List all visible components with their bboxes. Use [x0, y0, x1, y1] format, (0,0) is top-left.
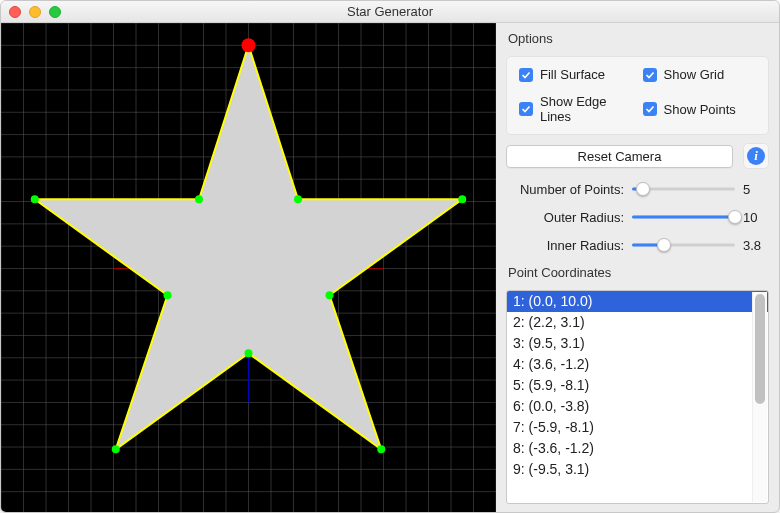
slider-thumb[interactable]	[636, 182, 650, 196]
options-label: Options	[508, 31, 769, 46]
sliders-panel: Number of Points: 5 Outer Radius:	[506, 181, 769, 253]
svg-point-54	[245, 349, 253, 357]
svg-point-53	[377, 445, 385, 453]
actions-row: Reset Camera i	[506, 143, 769, 169]
slider-value: 5	[743, 182, 769, 197]
svg-point-52	[326, 291, 334, 299]
minimize-icon[interactable]	[29, 6, 41, 18]
check-icon	[519, 68, 533, 82]
reset-camera-button[interactable]: Reset Camera	[506, 145, 733, 168]
num-points-slider[interactable]	[632, 181, 735, 197]
checkbox-label: Show Grid	[664, 67, 725, 82]
outer-radius-slider[interactable]	[632, 209, 735, 225]
info-button[interactable]: i	[743, 143, 769, 169]
slider-label: Number of Points:	[506, 182, 624, 197]
check-icon	[643, 102, 657, 116]
app-window: Star Generator Options Fill Surface Show…	[0, 0, 780, 513]
coordinates-list[interactable]: 1: (0.0, 10.0)2: (2.2, 3.1)3: (9.5, 3.1)…	[506, 290, 769, 504]
checkbox-fill-surface[interactable]: Fill Surface	[519, 67, 633, 82]
slider-value: 3.8	[743, 238, 769, 253]
content: Options Fill Surface Show Grid Show Edge…	[1, 23, 779, 512]
list-item[interactable]: 6: (0.0, -3.8)	[507, 396, 768, 417]
check-icon	[643, 68, 657, 82]
list-item[interactable]: 1: (0.0, 10.0)	[507, 291, 768, 312]
inner-radius-slider[interactable]	[632, 237, 735, 253]
checkbox-label: Fill Surface	[540, 67, 605, 82]
star-plot	[1, 23, 496, 513]
scrollbar-thumb[interactable]	[755, 294, 765, 404]
slider-label: Inner Radius:	[506, 238, 624, 253]
list-item[interactable]: 3: (9.5, 3.1)	[507, 333, 768, 354]
slider-row-num-points: Number of Points: 5	[506, 181, 769, 197]
close-icon[interactable]	[9, 6, 21, 18]
slider-value: 10	[743, 210, 769, 225]
list-item[interactable]: 2: (2.2, 3.1)	[507, 312, 768, 333]
svg-point-51	[458, 195, 466, 203]
scrollbar[interactable]	[752, 292, 767, 502]
titlebar: Star Generator	[1, 1, 779, 23]
slider-label: Outer Radius:	[506, 210, 624, 225]
sidebar: Options Fill Surface Show Grid Show Edge…	[496, 23, 779, 512]
svg-point-58	[195, 195, 203, 203]
options-panel: Fill Surface Show Grid Show Edge Lines S…	[506, 56, 769, 135]
svg-point-55	[112, 445, 120, 453]
list-item[interactable]: 7: (-5.9, -8.1)	[507, 417, 768, 438]
svg-point-50	[294, 195, 302, 203]
slider-fill	[632, 216, 735, 219]
slider-thumb[interactable]	[657, 238, 671, 252]
window-title: Star Generator	[347, 4, 433, 19]
svg-point-56	[164, 291, 172, 299]
checkbox-label: Show Edge Lines	[540, 94, 633, 124]
list-item[interactable]: 5: (5.9, -8.1)	[507, 375, 768, 396]
slider-row-outer-radius: Outer Radius: 10	[506, 209, 769, 225]
list-body: 1: (0.0, 10.0)2: (2.2, 3.1)3: (9.5, 3.1)…	[507, 291, 768, 503]
checkbox-label: Show Points	[664, 102, 736, 117]
list-item[interactable]: 4: (3.6, -1.2)	[507, 354, 768, 375]
slider-row-inner-radius: Inner Radius: 3.8	[506, 237, 769, 253]
info-icon: i	[747, 147, 765, 165]
window-controls	[9, 6, 61, 18]
coords-label: Point Coordinates	[508, 265, 769, 280]
svg-point-57	[31, 195, 39, 203]
star-canvas[interactable]	[1, 23, 496, 512]
list-item[interactable]: 8: (-3.6, -1.2)	[507, 438, 768, 459]
zoom-icon[interactable]	[49, 6, 61, 18]
checkbox-show-grid[interactable]: Show Grid	[643, 67, 757, 82]
svg-point-49	[242, 38, 256, 52]
slider-thumb[interactable]	[728, 210, 742, 224]
checkbox-show-points[interactable]: Show Points	[643, 94, 757, 124]
list-item[interactable]: 9: (-9.5, 3.1)	[507, 459, 768, 480]
check-icon	[519, 102, 533, 116]
checkbox-show-edge-lines[interactable]: Show Edge Lines	[519, 94, 633, 124]
